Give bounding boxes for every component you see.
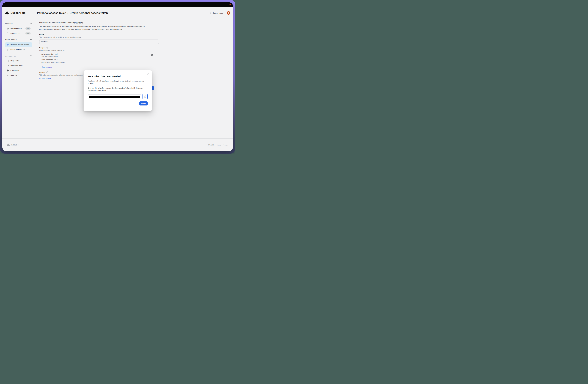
token-value-field[interactable] bbox=[88, 94, 141, 99]
token-created-modal: Your token has been created This token w… bbox=[84, 70, 152, 111]
intro-line: Personal access tokens are required to u… bbox=[39, 21, 154, 24]
sidebar-item-label: Universe bbox=[10, 74, 17, 76]
back-to-home-link[interactable]: Back to home bbox=[210, 12, 223, 14]
add-scope-label: Add a scope bbox=[42, 66, 52, 68]
sidebar-section-resources: RESOURCES H bbox=[5, 55, 32, 77]
intro-text: Personal access tokens are required to u… bbox=[39, 21, 74, 23]
builder-hub-page: Builder Hub Personal access token/Create… bbox=[2, 7, 233, 151]
token-name-input[interactable] bbox=[39, 39, 159, 44]
sidebar-item-help-center[interactable]: Help center bbox=[5, 58, 32, 63]
footer-brand-name: Airtable bbox=[11, 144, 19, 146]
page-footer: Airtable © Airtable Terms Privacy bbox=[2, 138, 233, 151]
page-body: LIBRARY Managed apps New bbox=[2, 19, 233, 138]
page-header: Builder Hub Personal access token/Create… bbox=[2, 7, 233, 19]
scopes-help-icon[interactable]: ? bbox=[46, 47, 48, 49]
token-redaction-bar bbox=[89, 96, 140, 98]
copy-token-button[interactable] bbox=[143, 94, 147, 99]
sidebar-item-universe[interactable]: Universe bbox=[5, 73, 32, 77]
scope-name: data.records:read bbox=[42, 53, 154, 55]
recording-dot bbox=[230, 4, 231, 5]
remove-scope-button[interactable] bbox=[151, 54, 153, 56]
clipboard-icon bbox=[144, 95, 146, 98]
scope-description: Create, edit, and delete records bbox=[42, 61, 154, 63]
footer-links: © Airtable Terms Privacy bbox=[208, 144, 228, 146]
sidebar-item-label: Help center bbox=[10, 60, 19, 62]
sidebar: LIBRARY Managed apps New bbox=[2, 19, 34, 138]
link-icon bbox=[7, 48, 9, 51]
section-label: DEVELOPERS bbox=[5, 39, 17, 41]
new-badge: New bbox=[25, 27, 31, 30]
scopes-label: Scopes ? bbox=[39, 47, 154, 49]
header-main: Personal access token/Create personal ac… bbox=[37, 7, 230, 19]
modal-paragraph-2: Only use this token for your own develop… bbox=[88, 87, 147, 92]
header-gap bbox=[32, 7, 37, 19]
done-button[interactable]: Done bbox=[139, 101, 147, 105]
modal-close-button[interactable] bbox=[147, 73, 149, 75]
sidebar-item-oauth-integrations[interactable]: OAuth integrations bbox=[5, 47, 32, 52]
sidebar-section-developers: DEVELOPERS bbox=[5, 38, 32, 52]
sidebar-item-label: Managed apps bbox=[10, 28, 22, 29]
footer-brand[interactable]: Airtable bbox=[7, 144, 19, 146]
breadcrumb-section[interactable]: Personal access token bbox=[37, 11, 66, 15]
key-icon bbox=[7, 44, 9, 46]
scope-description: See the data in records bbox=[42, 55, 154, 58]
browser-window: Builder Hub Personal access token/Create… bbox=[2, 2, 233, 151]
scopes-help: With this token, you will be able to: bbox=[39, 49, 154, 52]
globe-icon bbox=[7, 69, 9, 72]
modal-actions: Done bbox=[88, 101, 147, 105]
scope-list: data.records:read See the data in record… bbox=[39, 53, 154, 63]
desktop-frame: Builder Hub Personal access token/Create… bbox=[0, 0, 235, 154]
avatar[interactable]: S bbox=[227, 11, 230, 15]
name-help: The token’s name will be visible in reco… bbox=[39, 36, 154, 38]
header-actions: Back to home S bbox=[210, 11, 230, 15]
sidebar-section-header-library[interactable]: LIBRARY bbox=[5, 22, 32, 25]
access-label-text: Access bbox=[39, 71, 45, 74]
sidebar-section-header-developers[interactable]: DEVELOPERS bbox=[5, 38, 32, 41]
planet-icon bbox=[7, 74, 9, 77]
sidebar-item-community[interactable]: Community bbox=[5, 68, 32, 73]
chevron-down-icon bbox=[30, 56, 32, 56]
components-puzzle-icon bbox=[7, 32, 9, 35]
back-to-home-label: Back to home bbox=[213, 12, 223, 14]
section-label: RESOURCES bbox=[5, 55, 16, 57]
sidebar-section-header-resources[interactable]: RESOURCES bbox=[5, 55, 32, 57]
section-label: LIBRARY bbox=[5, 23, 13, 24]
token-row bbox=[88, 94, 147, 99]
scope-name: data.records:write bbox=[42, 58, 154, 61]
sidebar-item-managed-apps[interactable]: Managed apps New bbox=[5, 26, 32, 31]
brand[interactable]: Builder Hub bbox=[5, 7, 32, 19]
sidebar-item-label: Developer docs bbox=[10, 65, 22, 67]
brand-name: Builder Hub bbox=[10, 11, 25, 15]
sidebar-item-label: Community bbox=[10, 70, 19, 71]
footer-privacy-link[interactable]: Privacy bbox=[223, 144, 228, 146]
chevron-down-icon bbox=[30, 23, 32, 24]
breadcrumb-page-title: Create personal access token bbox=[69, 11, 108, 15]
scopes-label-text: Scopes bbox=[39, 47, 45, 49]
x-icon bbox=[151, 60, 153, 61]
airtable-api-link[interactable]: Airtable API bbox=[74, 21, 83, 23]
airtable-logo-icon bbox=[5, 11, 9, 15]
close-icon bbox=[147, 73, 149, 75]
sidebar-item-developer-docs[interactable]: Developer docs bbox=[5, 63, 32, 68]
sidebar-item-components[interactable]: Components New bbox=[5, 31, 32, 36]
add-base-button[interactable]: + Add a base bbox=[39, 77, 51, 79]
name-label-text: Name bbox=[39, 33, 44, 36]
footer-terms-link[interactable]: Terms bbox=[217, 144, 221, 146]
new-badge: New bbox=[25, 32, 31, 35]
modal-title: Your token has been created bbox=[88, 75, 147, 78]
code-icon bbox=[7, 65, 9, 67]
sidebar-item-personal-access-tokens[interactable]: Personal access tokens bbox=[5, 42, 32, 47]
access-help-icon[interactable]: ? bbox=[46, 72, 48, 73]
remove-scope-button[interactable] bbox=[151, 59, 153, 62]
intro-paragraph: This token will grant access to the data… bbox=[39, 25, 147, 31]
add-scope-button[interactable]: + Add a scope bbox=[39, 66, 52, 68]
scope-row-read: data.records:read See the data in record… bbox=[39, 53, 154, 58]
window-titlebar bbox=[2, 2, 233, 7]
sidebar-item-label: Personal access tokens bbox=[10, 44, 29, 46]
plus-icon: + bbox=[39, 77, 41, 79]
breadcrumb-separator: / bbox=[67, 11, 68, 15]
plus-icon: + bbox=[39, 66, 41, 68]
intro-text-suffix: . bbox=[83, 21, 83, 23]
chevron-down-icon bbox=[30, 39, 32, 40]
home-icon bbox=[210, 12, 212, 14]
